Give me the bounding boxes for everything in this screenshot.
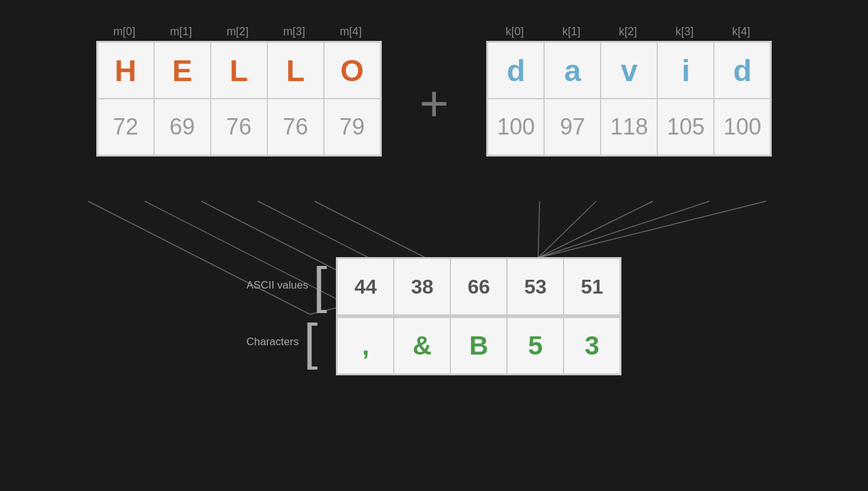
key-letter-2: v: [601, 42, 657, 99]
chars-bracket: [: [304, 317, 318, 367]
chars-label-row: Characters [: [247, 314, 330, 370]
message-array: m[0] m[1] m[2] m[3] m[4] H E L L O 72 69…: [96, 25, 382, 157]
result-ascii-4: 51: [564, 258, 620, 315]
m-index-4: m[4]: [323, 25, 379, 38]
key-grid: d a v i d 100 97 118 105 100: [486, 41, 772, 157]
message-ascii-2: 76: [211, 99, 267, 155]
message-ascii-3: 76: [267, 99, 324, 155]
key-index-labels: k[0] k[1] k[2] k[3] k[4]: [486, 25, 769, 38]
message-letter-3: L: [267, 42, 324, 99]
result-char-3: 5: [507, 317, 564, 374]
result-char-4: 3: [564, 317, 620, 374]
key-letter-0: d: [487, 42, 544, 99]
result-ascii-1: 38: [394, 258, 450, 315]
result-grids: 44 38 66 53 51 , & B 5 3: [336, 257, 621, 375]
result-ascii-grid: 44 38 66 53 51: [336, 257, 621, 316]
chars-label-text: Characters: [247, 336, 299, 348]
ascii-label-row: ASCII values [: [247, 257, 330, 314]
message-grid: H E L L O 72 69 76 76 79: [96, 41, 382, 157]
key-array: k[0] k[1] k[2] k[3] k[4] d a v i d 100 9…: [486, 25, 772, 157]
message-ascii-0: 72: [97, 99, 154, 155]
message-letter-1: E: [154, 42, 211, 99]
key-letter-1: a: [544, 42, 601, 99]
result-labels: ASCII values [ Characters [: [247, 257, 330, 370]
m-index-0: m[0]: [96, 25, 153, 38]
result-ascii-0: 44: [337, 258, 394, 315]
key-ascii-1: 97: [544, 99, 601, 155]
key-ascii-2: 118: [601, 99, 657, 155]
key-ascii-3: 105: [657, 99, 714, 155]
result-chars-grid: , & B 5 3: [336, 316, 621, 375]
message-ascii-row: 72 69 76 76 79: [97, 99, 381, 155]
k-index-4: k[4]: [713, 25, 769, 38]
message-letters-row: H E L L O: [97, 42, 381, 99]
k-index-3: k[3]: [656, 25, 713, 38]
message-letter-4: O: [324, 42, 381, 99]
result-ascii-row: 44 38 66 53 51: [337, 258, 620, 315]
bottom-section: ASCII values [ Characters [ 44 38 66 53 …: [247, 257, 622, 375]
message-index-labels: m[0] m[1] m[2] m[3] m[4]: [96, 25, 379, 38]
k-index-0: k[0]: [486, 25, 543, 38]
result-ascii-2: 66: [450, 258, 507, 315]
result-char-2: B: [450, 317, 507, 374]
key-letters-row: d a v i d: [487, 42, 771, 99]
message-ascii-1: 69: [154, 99, 211, 155]
ascii-bracket: [: [313, 260, 327, 311]
m-index-1: m[1]: [153, 25, 209, 38]
key-ascii-0: 100: [487, 99, 544, 155]
k-index-1: k[1]: [543, 25, 599, 38]
message-letter-2: L: [211, 42, 267, 99]
main-container: m[0] m[1] m[2] m[3] m[4] H E L L O 72 69…: [0, 0, 868, 491]
m-index-2: m[2]: [209, 25, 266, 38]
k-index-2: k[2]: [599, 25, 656, 38]
key-letter-4: d: [714, 42, 771, 99]
result-char-1: &: [394, 317, 450, 374]
m-index-3: m[3]: [266, 25, 323, 38]
key-ascii-4: 100: [714, 99, 771, 155]
key-ascii-row: 100 97 118 105 100: [487, 99, 771, 155]
result-char-0: ,: [337, 317, 394, 374]
key-letter-3: i: [657, 42, 714, 99]
top-section: m[0] m[1] m[2] m[3] m[4] H E L L O 72 69…: [96, 25, 772, 157]
result-ascii-3: 53: [507, 258, 564, 315]
ascii-label-text: ASCII values: [247, 279, 308, 292]
plus-sign: +: [420, 75, 449, 133]
result-chars-row: , & B 5 3: [337, 317, 620, 374]
message-letter-0: H: [97, 42, 154, 99]
message-ascii-4: 79: [324, 99, 381, 155]
